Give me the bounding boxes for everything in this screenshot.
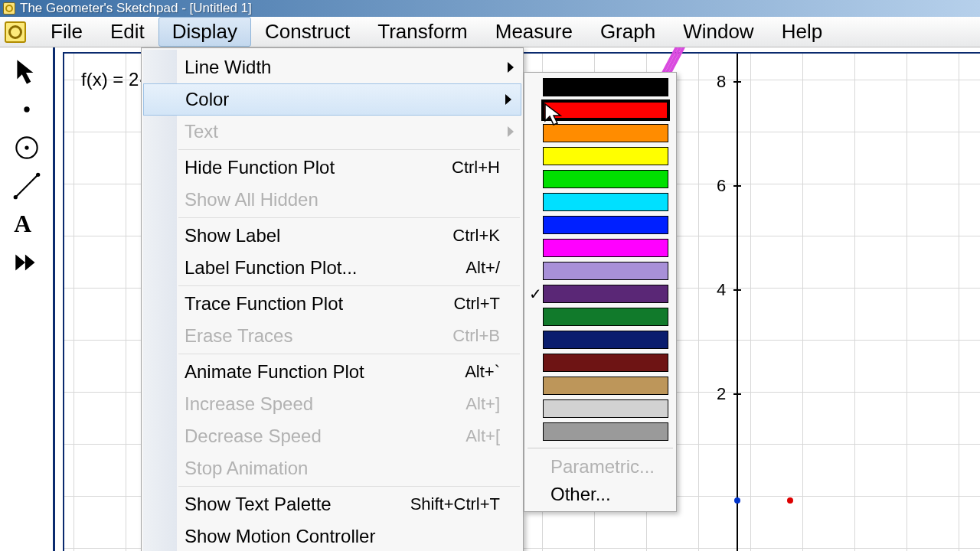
swatch-color xyxy=(543,377,668,395)
swatch-color xyxy=(543,147,668,165)
menu-item-label: Decrease Speed xyxy=(185,425,466,447)
app-menu-icon[interactable] xyxy=(5,21,26,43)
menu-item-animate-function-plot[interactable]: Animate Function PlotAlt+` xyxy=(142,356,523,388)
menu-item-show-all-hidden: Show All Hidden xyxy=(142,184,523,216)
menu-item-label: Show Motion Controller xyxy=(185,526,500,547)
color-swatch-navy[interactable] xyxy=(528,328,673,351)
menu-item-label: Erase Traces xyxy=(185,325,452,347)
menu-item-label: Trace Function Plot xyxy=(185,293,454,315)
menu-item-shortcut: Alt+/ xyxy=(466,258,500,278)
menu-item-label: Color xyxy=(185,89,498,110)
color-parametric: Parametric... xyxy=(528,453,673,481)
menu-item-label: Hide Function Plot xyxy=(185,157,452,178)
menu-item-color[interactable]: Color xyxy=(143,83,521,116)
tick-label: 8 xyxy=(717,72,726,92)
color-swatch-tan[interactable] xyxy=(528,374,673,397)
menu-item-text: Text xyxy=(142,116,523,148)
menu-item-show-label[interactable]: Show LabelCtrl+K xyxy=(142,220,523,252)
color-swatch-lavender[interactable] xyxy=(528,259,673,282)
color-swatch-yellow[interactable] xyxy=(528,145,673,168)
tick-label: 4 xyxy=(717,280,726,300)
swatch-color xyxy=(543,124,668,142)
color-swatch-darkgreen[interactable] xyxy=(528,305,673,328)
menu-item-decrease-speed: Decrease SpeedAlt+[ xyxy=(142,420,523,452)
menu-item-shortcut: Alt+` xyxy=(465,362,500,382)
app-icon xyxy=(3,2,15,15)
tick-label: 6 xyxy=(717,176,726,196)
menu-item-show-motion-controller[interactable]: Show Motion Controller xyxy=(142,520,523,551)
axis-point xyxy=(734,497,740,504)
menu-file[interactable]: File xyxy=(37,17,96,47)
function-expression[interactable]: f(x) = 2· xyxy=(81,69,144,90)
menu-item-label: Text xyxy=(185,121,500,142)
menu-item-shortcut: Ctrl+H xyxy=(452,158,500,178)
menu-item-erase-traces: Erase TracesCtrl+B xyxy=(142,320,523,352)
tool-text[interactable]: A xyxy=(5,205,48,243)
menu-item-label-function-plot[interactable]: Label Function Plot...Alt+/ xyxy=(142,252,523,284)
color-other[interactable]: Other... xyxy=(528,481,673,508)
svg-point-4 xyxy=(13,195,17,199)
menu-item-label: Show All Hidden xyxy=(185,189,500,210)
tool-play[interactable] xyxy=(5,243,48,282)
tool-circle[interactable] xyxy=(5,129,48,167)
menu-item-hide-function-plot[interactable]: Hide Function PlotCtrl+H xyxy=(142,152,523,184)
color-swatch-purple[interactable]: ✓ xyxy=(528,282,673,305)
menu-construct[interactable]: Construct xyxy=(251,17,364,47)
color-swatch-orange[interactable] xyxy=(528,122,673,145)
color-swatch-lightgray[interactable] xyxy=(528,397,673,420)
menu-item-shortcut: Shift+Ctrl+T xyxy=(410,494,500,514)
menu-item-stop-animation: Stop Animation xyxy=(142,452,523,484)
app-title: The Geometer's Sketchpad - [Untitled 1] xyxy=(20,1,252,16)
check-icon: ✓ xyxy=(528,285,543,303)
menu-edit[interactable]: Edit xyxy=(96,17,158,47)
swatch-color xyxy=(543,216,668,234)
svg-point-2 xyxy=(24,145,28,149)
menu-item-shortcut: Alt+[ xyxy=(466,426,500,446)
menu-window[interactable]: Window xyxy=(669,17,767,47)
menu-item-shortcut: Ctrl+B xyxy=(452,326,500,346)
swatch-color xyxy=(543,262,668,280)
menu-item-increase-speed: Increase SpeedAlt+] xyxy=(142,388,523,420)
swatch-color xyxy=(543,285,668,303)
tick xyxy=(733,393,741,395)
tool-point[interactable] xyxy=(5,90,48,129)
menu-item-line-width[interactable]: Line Width xyxy=(142,51,523,83)
tick xyxy=(733,289,741,291)
tick-label: 2 xyxy=(717,384,726,404)
menu-measure[interactable]: Measure xyxy=(482,17,586,47)
color-swatch-red[interactable] xyxy=(528,99,673,122)
tool-palette: A xyxy=(0,47,55,551)
title-bar: The Geometer's Sketchpad - [Untitled 1] xyxy=(0,0,980,17)
menu-help[interactable]: Help xyxy=(768,17,836,47)
color-submenu: ✓Parametric...Other... xyxy=(524,72,677,512)
color-swatch-gray[interactable] xyxy=(528,420,673,443)
menu-item-shortcut: Ctrl+K xyxy=(452,226,500,246)
menu-item-label: Show Label xyxy=(185,225,452,246)
color-swatch-magenta[interactable] xyxy=(528,236,673,259)
y-axis xyxy=(737,54,738,551)
swatch-color xyxy=(543,422,668,441)
swatch-color xyxy=(543,101,668,119)
menu-bar: File Edit Display Construct Transform Me… xyxy=(0,17,980,47)
color-swatch-maroon[interactable] xyxy=(528,351,673,374)
menu-item-label: Show Text Palette xyxy=(185,494,410,515)
menu-display[interactable]: Display xyxy=(158,17,251,47)
svg-text:A: A xyxy=(14,211,31,238)
menu-transform[interactable]: Transform xyxy=(364,17,482,47)
color-swatch-black[interactable] xyxy=(528,76,673,99)
tool-line[interactable] xyxy=(5,167,48,205)
display-menu-dropdown: Line WidthColorTextHide Function PlotCtr… xyxy=(141,47,524,551)
submenu-arrow-icon xyxy=(508,126,514,137)
color-swatch-cyan[interactable] xyxy=(528,191,673,214)
menu-graph[interactable]: Graph xyxy=(586,17,669,47)
menu-item-label: Line Width xyxy=(185,57,500,78)
swatch-color xyxy=(543,331,668,349)
tool-arrow[interactable] xyxy=(5,52,48,90)
menu-item-trace-function-plot[interactable]: Trace Function PlotCtrl+T xyxy=(142,288,523,320)
svg-point-5 xyxy=(36,173,40,177)
color-swatch-green[interactable] xyxy=(528,168,673,191)
color-swatch-blue[interactable] xyxy=(528,214,673,236)
menu-item-label: Stop Animation xyxy=(185,458,500,479)
menu-item-show-text-palette[interactable]: Show Text PaletteShift+Ctrl+T xyxy=(142,488,523,520)
unit-point xyxy=(787,497,793,504)
